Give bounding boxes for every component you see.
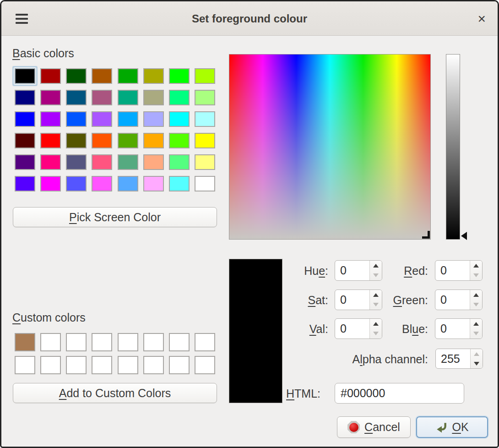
basic-color-swatch[interactable]: [66, 154, 87, 170]
add-to-custom-colors-label: Add to Custom Colors: [59, 387, 171, 400]
custom-color-swatch[interactable]: [40, 333, 61, 351]
basic-color-swatch[interactable]: [15, 133, 35, 148]
hue-saturation-picker[interactable]: [229, 54, 431, 240]
basic-color-swatch[interactable]: [118, 154, 138, 170]
custom-color-swatch[interactable]: [66, 333, 87, 351]
red-value[interactable]: 0: [435, 261, 470, 280]
basic-color-swatch[interactable]: [40, 68, 61, 84]
custom-colors-grid: [15, 333, 215, 374]
basic-color-swatch[interactable]: [195, 111, 215, 127]
basic-color-swatch[interactable]: [92, 133, 112, 148]
blue-down-button[interactable]: [470, 329, 482, 339]
value-slider[interactable]: [446, 54, 460, 240]
value-slider-handle-icon[interactable]: [461, 232, 467, 240]
basic-color-swatch[interactable]: [40, 176, 61, 191]
blue-value[interactable]: 0: [435, 319, 470, 339]
custom-color-swatch[interactable]: [118, 333, 138, 351]
green-spinbox[interactable]: 0: [435, 290, 483, 310]
green-down-button[interactable]: [470, 300, 482, 310]
basic-color-swatch[interactable]: [169, 68, 190, 84]
basic-color-swatch[interactable]: [118, 133, 138, 148]
basic-color-swatch[interactable]: [15, 176, 35, 191]
ok-return-arrow-icon: [435, 421, 447, 433]
up-arrow-icon: [473, 264, 479, 268]
basic-color-swatch[interactable]: [66, 133, 87, 148]
green-up-button[interactable]: [470, 290, 482, 300]
basic-color-swatch[interactable]: [195, 90, 215, 105]
blue-up-button[interactable]: [470, 319, 482, 329]
basic-color-swatch[interactable]: [143, 90, 164, 105]
basic-color-swatch[interactable]: [40, 154, 61, 170]
custom-color-swatch[interactable]: [143, 333, 164, 351]
basic-color-swatch[interactable]: [195, 68, 215, 84]
custom-color-swatch[interactable]: [169, 333, 190, 351]
cancel-button[interactable]: Cancel: [337, 416, 411, 438]
basic-color-swatch[interactable]: [169, 154, 190, 170]
basic-color-swatch[interactable]: [195, 154, 215, 170]
custom-color-swatch[interactable]: [118, 356, 138, 374]
html-color-input[interactable]: [335, 383, 464, 404]
basic-color-swatch[interactable]: [40, 133, 61, 148]
basic-color-swatch[interactable]: [15, 154, 35, 170]
pick-screen-color-button[interactable]: Pick Screen Color: [13, 207, 217, 227]
basic-color-swatch[interactable]: [169, 176, 190, 191]
custom-color-swatch[interactable]: [143, 356, 164, 374]
up-arrow-icon: [474, 352, 479, 356]
alpha-up-button[interactable]: [471, 349, 483, 359]
basic-color-swatch[interactable]: [118, 176, 138, 191]
basic-color-swatch[interactable]: [15, 90, 35, 105]
basic-color-swatch[interactable]: [169, 111, 190, 127]
basic-color-swatch[interactable]: [92, 90, 112, 105]
basic-color-swatch[interactable]: [40, 111, 61, 127]
custom-color-swatch[interactable]: [195, 356, 215, 374]
add-to-custom-colors-button[interactable]: Add to Custom Colors: [13, 383, 217, 403]
red-spinbox[interactable]: 0: [435, 260, 483, 281]
basic-color-swatch[interactable]: [169, 90, 190, 105]
basic-color-swatch[interactable]: [66, 176, 87, 191]
basic-color-swatch[interactable]: [195, 133, 215, 148]
basic-color-swatch[interactable]: [143, 133, 164, 148]
custom-color-swatch[interactable]: [15, 356, 35, 374]
basic-color-swatch[interactable]: [92, 176, 112, 191]
basic-color-swatch[interactable]: [92, 68, 112, 84]
basic-color-swatch[interactable]: [118, 90, 138, 105]
ok-button[interactable]: OK: [416, 416, 488, 438]
alpha-down-button[interactable]: [471, 359, 483, 368]
basic-color-swatch[interactable]: [118, 111, 138, 127]
basic-color-swatch[interactable]: [169, 133, 190, 148]
custom-color-swatch[interactable]: [195, 333, 215, 351]
basic-color-swatch[interactable]: [66, 111, 87, 127]
custom-color-swatch[interactable]: [92, 333, 112, 351]
basic-color-swatch[interactable]: [143, 154, 164, 170]
color-position-marker: [422, 231, 430, 239]
basic-color-swatch[interactable]: [66, 90, 87, 105]
custom-color-swatch[interactable]: [92, 356, 112, 374]
basic-color-swatch[interactable]: [195, 176, 215, 191]
custom-color-swatch[interactable]: [66, 356, 87, 374]
basic-color-swatch[interactable]: [15, 111, 35, 127]
basic-color-swatch[interactable]: [118, 68, 138, 84]
custom-color-swatch[interactable]: [169, 356, 190, 374]
blue-spinbox[interactable]: 0: [435, 318, 483, 339]
custom-color-swatch[interactable]: [40, 356, 61, 374]
basic-color-swatch[interactable]: [92, 111, 112, 127]
alpha-spinbox[interactable]: 255: [435, 349, 483, 369]
down-arrow-icon: [473, 332, 479, 335]
custom-color-swatch[interactable]: [15, 333, 35, 351]
val-label: Val:: [255, 322, 328, 336]
green-value[interactable]: 0: [435, 290, 470, 310]
basic-colors-grid: [15, 68, 215, 191]
up-arrow-icon: [473, 293, 479, 297]
color-dialog-window: Set foreground colour × Basic colors Pic…: [0, 0, 499, 448]
basic-color-swatch[interactable]: [40, 90, 61, 105]
red-down-button[interactable]: [470, 271, 482, 281]
close-icon[interactable]: ×: [477, 1, 486, 36]
basic-color-swatch[interactable]: [143, 111, 164, 127]
basic-color-swatch[interactable]: [15, 68, 35, 84]
red-up-button[interactable]: [470, 261, 482, 271]
basic-color-swatch[interactable]: [143, 68, 164, 84]
basic-color-swatch[interactable]: [92, 154, 112, 170]
basic-color-swatch[interactable]: [143, 176, 164, 191]
basic-color-swatch[interactable]: [66, 68, 87, 84]
alpha-value[interactable]: 255: [436, 349, 470, 368]
